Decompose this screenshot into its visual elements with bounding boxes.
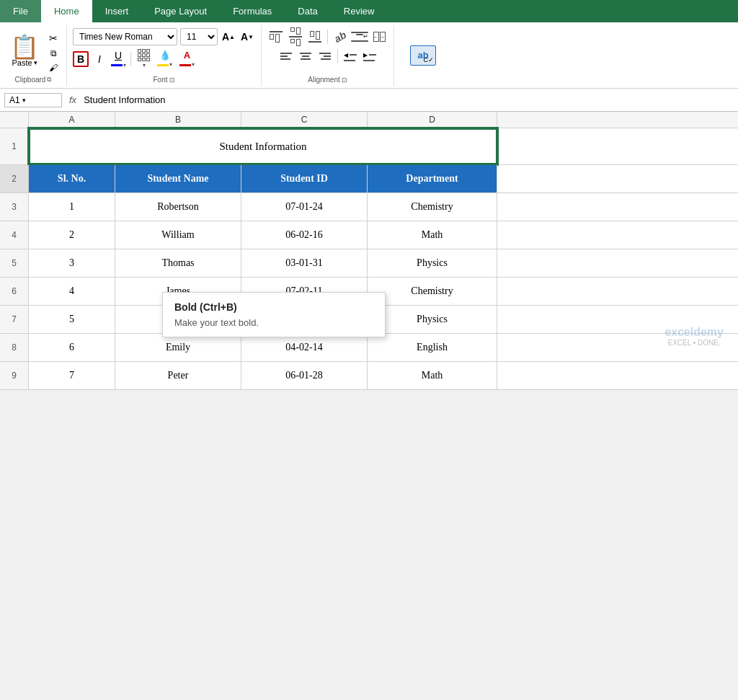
cell-b4[interactable]: William (115, 221, 241, 249)
paste-dropdown-arrow[interactable]: ▾ (34, 59, 37, 66)
bold-icon: B (77, 53, 84, 65)
row-num-1: 1 (0, 128, 29, 164)
col-header-a[interactable]: A (29, 112, 115, 128)
orientation-button[interactable]: ab (332, 28, 349, 45)
align-row1: ab ↵ ← (267, 28, 388, 45)
cell-a1-merged[interactable]: Student Information (29, 128, 497, 164)
cell-a5[interactable]: 3 (29, 249, 115, 277)
cell-c8[interactable]: 04-02-14 (241, 334, 368, 361)
row-num-5: 5 (0, 249, 29, 277)
clipboard-dialog-launcher[interactable]: ⧉ (47, 76, 51, 84)
ribbon-body: 📋 Paste ▾ ✂ ⧉ 🖌 (0, 22, 738, 89)
cell-b9[interactable]: Peter (115, 362, 241, 389)
tab-review[interactable]: Review (331, 0, 388, 22)
alignment-label: Alignment ⊡ (308, 76, 347, 84)
cell-b2-slno[interactable]: Sl. No. (29, 165, 115, 192)
tab-formulas[interactable]: Formulas (220, 0, 285, 22)
font-color-dropdown[interactable]: ▾ (192, 61, 195, 68)
cell-d2-dept[interactable]: Department (368, 165, 497, 192)
font-group: Times New Roman 11 A▲ A▼ B I (67, 25, 262, 87)
font-label: Font ⊡ (153, 76, 174, 84)
cell-a7[interactable]: 5 (29, 306, 115, 333)
row-num-6: 6 (0, 278, 29, 305)
cell-d9[interactable]: Math (368, 362, 497, 389)
tab-file[interactable]: File (0, 0, 41, 22)
bold-button[interactable]: B (73, 51, 89, 67)
paste-icon: 📋 (10, 35, 39, 58)
font-name-select[interactable]: Times New Roman (73, 28, 177, 45)
alignment-group: ab ↵ ← (262, 25, 394, 87)
tab-pagelayout[interactable]: Page Layout (141, 0, 220, 22)
fill-dropdown[interactable]: ▾ (169, 61, 172, 68)
fill-color-button[interactable]: 💧 ▾ (155, 48, 174, 69)
paste-button[interactable]: 📋 Paste ▾ (6, 32, 43, 70)
cell-c2-id[interactable]: Student ID (241, 165, 368, 192)
font-size-select[interactable]: 11 (180, 28, 218, 45)
cell-d7[interactable]: Physics (368, 306, 497, 333)
cell-c9[interactable]: 06-01-28 (241, 362, 368, 389)
formula-value: Student Information (81, 93, 734, 107)
cell-c5[interactable]: 03-01-31 (241, 249, 368, 277)
underline-dropdown[interactable]: ▾ (123, 62, 126, 68)
spreadsheet-row-8: 8 6 Emily 04-02-14 English (0, 334, 738, 362)
italic-button[interactable]: I (92, 51, 107, 67)
underline-button[interactable]: U ▾ (110, 51, 126, 67)
tooltip-description: Make your text bold. (174, 317, 373, 328)
cell-d6[interactable]: Chemistry (368, 278, 497, 305)
increase-indent-button[interactable]: ▶ (361, 48, 378, 65)
font-row1: Times New Roman 11 A▲ A▼ (73, 28, 255, 45)
merge-cells-button[interactable]: ← → (370, 28, 388, 45)
align-left-button[interactable] (277, 48, 295, 65)
format-painter-icon: 🖌 (49, 63, 58, 73)
font-shrink-button[interactable]: A▼ (239, 29, 255, 45)
align-top-button[interactable] (267, 28, 285, 45)
font-dialog-launcher[interactable]: ⊡ (169, 76, 175, 84)
cell-a4[interactable]: 2 (29, 221, 115, 249)
cell-d4[interactable]: Math (368, 221, 497, 249)
tab-data[interactable]: Data (285, 0, 330, 22)
cell-a8[interactable]: 6 (29, 334, 115, 361)
align-center-button[interactable] (297, 48, 314, 65)
cell-c4[interactable]: 06-02-16 (241, 221, 368, 249)
align-bottom-button[interactable] (306, 28, 324, 45)
cell-c3[interactable]: 07-01-24 (241, 193, 368, 221)
alignment-content: ab ↵ ← (267, 28, 388, 74)
font-grow-button[interactable]: A▲ (221, 29, 236, 45)
cell-d3[interactable]: Chemistry (368, 193, 497, 221)
font-color-button[interactable]: A ▾ (177, 48, 197, 69)
col-header-b[interactable]: B (115, 112, 241, 128)
alignment-dialog-launcher[interactable]: ⊡ (342, 76, 347, 84)
col-header-d[interactable]: D (368, 112, 497, 128)
cell-a3[interactable]: 1 (29, 193, 115, 221)
cell-a9[interactable]: 7 (29, 362, 115, 389)
cell-a6[interactable]: 4 (29, 278, 115, 305)
cell-d8[interactable]: English (368, 334, 497, 361)
cell-b5[interactable]: Thomas (115, 249, 241, 277)
cell-b2-name[interactable]: Student Name (115, 165, 241, 192)
cell-reference-box: A1 ▾ (4, 93, 62, 107)
cell-b3[interactable]: Robertson (115, 193, 241, 221)
borders-dropdown[interactable]: ▾ (143, 62, 146, 68)
decrease-indent-icon: ◀ (344, 52, 357, 61)
tooltip-title: Bold (Ctrl+B) (174, 301, 373, 313)
paste-label: Paste (12, 58, 32, 67)
align-middle-icon (289, 27, 302, 46)
align-right-button[interactable] (316, 48, 334, 65)
align-left-icon (280, 53, 292, 60)
cell-b8[interactable]: Emily (115, 334, 241, 361)
cut-button[interactable]: ✂ (46, 31, 61, 45)
col-header-c[interactable]: C (241, 112, 368, 128)
student-information-title: Student Information (219, 141, 306, 153)
cell-d5[interactable]: Physics (368, 249, 497, 277)
decrease-indent-button[interactable]: ◀ (342, 48, 359, 65)
tab-home[interactable]: Home (41, 0, 92, 22)
cell-ref-arrow[interactable]: ▾ (22, 97, 26, 104)
tab-insert[interactable]: Insert (92, 0, 142, 22)
align-middle-button[interactable] (287, 28, 304, 45)
borders-button[interactable]: ▾ (135, 48, 152, 70)
format-painter-button[interactable]: 🖌 (46, 61, 61, 74)
clipboard-sub-buttons: ✂ ⧉ 🖌 (46, 31, 61, 74)
ab-wrap-icon: ab C✓ (410, 45, 436, 66)
wrap-text-button[interactable]: ↵ (351, 28, 368, 45)
copy-button[interactable]: ⧉ (46, 47, 61, 60)
